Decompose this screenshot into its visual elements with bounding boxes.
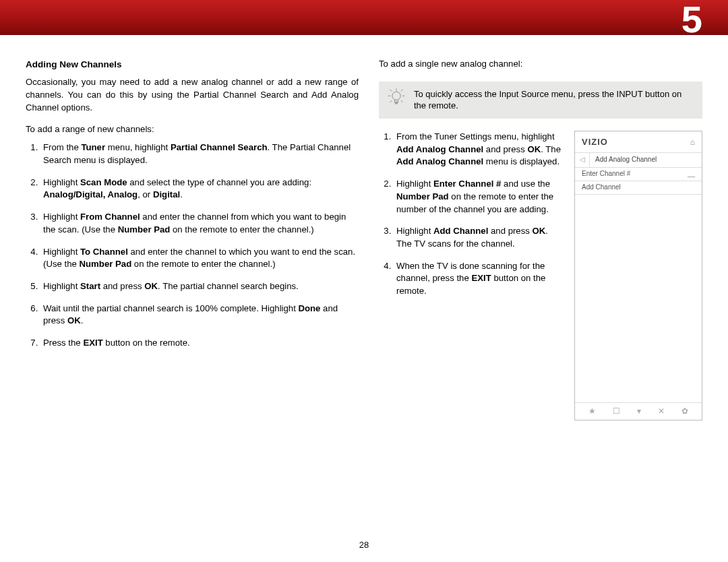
- section-heading: Adding New Channels: [26, 58, 359, 71]
- step-5: Highlight Start and press OK. The partia…: [40, 280, 359, 293]
- tv-menu-row-add-channel: Add Channel: [575, 181, 702, 195]
- vizio-brand-label: VIZIO: [582, 136, 608, 148]
- step-7: Press the EXIT button on the remote.: [40, 337, 359, 350]
- tv-menu-title: Add Analog Channel: [590, 155, 657, 164]
- tv-menu-body-empty: [575, 195, 702, 402]
- analog-step-2: Highlight Enter Channel # and use the Nu…: [394, 178, 564, 216]
- range-steps-list: From the Tuner menu, highlight Partial C…: [26, 142, 359, 350]
- tv-menu-header: VIZIO ⌂: [575, 131, 702, 153]
- cc-icon: ☐: [613, 406, 620, 417]
- x-icon: ✕: [658, 406, 665, 417]
- star-icon: ★: [588, 406, 596, 417]
- step-1: From the Tuner menu, highlight Partial C…: [40, 142, 359, 166]
- analog-step-4: When the TV is done scanning for the cha…: [394, 260, 564, 298]
- row-label: Enter Channel #: [582, 169, 630, 179]
- right-column: To add a single new analog channel: To q…: [379, 58, 702, 420]
- step-2: Highlight Scan Mode and select the type …: [40, 177, 359, 201]
- tv-menu-row-channel-num: Enter Channel # __: [575, 168, 702, 181]
- content-area: Adding New Channels Occasionally, you ma…: [0, 35, 728, 420]
- v-icon: ▾: [637, 406, 641, 417]
- header-bar: 5: [0, 0, 728, 35]
- back-arrow-icon: ◁: [575, 153, 590, 167]
- analog-steps-list: From the Tuner Settings menu, highlight …: [379, 131, 564, 298]
- step-3: Highlight From Channel and enter the cha…: [40, 211, 359, 236]
- tip-text: To quickly access the Input Source menu,…: [414, 89, 681, 111]
- page-number: 28: [359, 540, 369, 550]
- svg-line-7: [401, 100, 403, 102]
- svg-line-4: [390, 89, 392, 91]
- right-inner-row: From the Tuner Settings menu, highlight …: [379, 131, 702, 420]
- tip-callout: To quickly access the Input Source menu,…: [379, 82, 702, 119]
- left-column: Adding New Channels Occasionally, you ma…: [26, 58, 359, 420]
- svg-point-0: [392, 92, 400, 100]
- analog-step-1: From the Tuner Settings menu, highlight …: [394, 131, 564, 168]
- svg-line-5: [401, 89, 403, 91]
- lead-in-text: To add a range of new channels:: [26, 123, 359, 136]
- row-label: Add Channel: [582, 183, 621, 192]
- chapter-number: 5: [681, 0, 702, 41]
- analog-steps-wrapper: From the Tuner Settings menu, highlight …: [379, 131, 564, 420]
- home-icon: ⌂: [690, 137, 695, 148]
- lightbulb-icon: [387, 88, 406, 108]
- analog-step-3: Highlight Add Channel and press OK. The …: [394, 225, 564, 250]
- tv-menu-footer: ★ ☐ ▾ ✕ ✿: [575, 402, 702, 420]
- lead-in-text-right: To add a single new analog channel:: [379, 58, 702, 71]
- step-6: Wait until the partial channel search is…: [40, 303, 359, 327]
- row-value: __: [688, 169, 695, 179]
- gear-icon: ✿: [681, 406, 688, 417]
- svg-line-6: [390, 100, 392, 102]
- intro-paragraph: Occasionally, you may need to add a new …: [26, 76, 359, 114]
- step-4: Highlight To Channel and enter the chann…: [40, 246, 359, 271]
- tv-menu-title-row: ◁ Add Analog Channel: [575, 153, 702, 168]
- tv-menu-screenshot: VIZIO ⌂ ◁ Add Analog Channel Enter Chann…: [574, 131, 702, 420]
